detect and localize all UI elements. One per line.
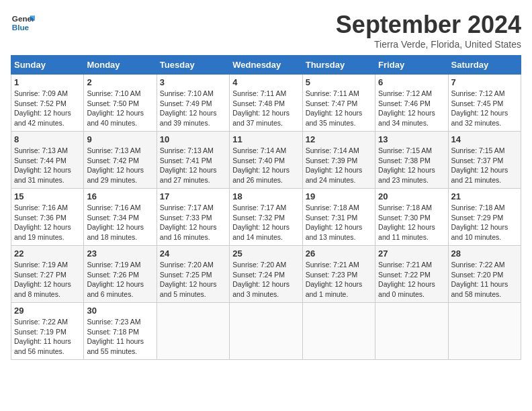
day-number: 15 bbox=[14, 191, 81, 201]
day-number: 27 bbox=[378, 248, 445, 259]
day-info: Sunrise: 7:21 AMSunset: 7:23 PMDaylight:… bbox=[306, 260, 372, 300]
day-number: 17 bbox=[160, 191, 226, 201]
day-number: 25 bbox=[232, 248, 299, 259]
calendar-cell: 25Sunrise: 7:20 AMSunset: 7:24 PMDayligh… bbox=[230, 246, 302, 303]
day-number: 23 bbox=[87, 248, 153, 259]
weekday-header: Sunday bbox=[11, 56, 84, 75]
day-info: Sunrise: 7:21 AMSunset: 7:22 PMDaylight:… bbox=[378, 260, 445, 300]
calendar-cell: 26Sunrise: 7:21 AMSunset: 7:23 PMDayligh… bbox=[302, 246, 375, 303]
day-info: Sunrise: 7:09 AMSunset: 7:52 PMDaylight:… bbox=[14, 89, 81, 128]
calendar-week-row: 1Sunrise: 7:09 AMSunset: 7:52 PMDaylight… bbox=[11, 75, 521, 132]
day-number: 7 bbox=[451, 77, 518, 87]
day-info: Sunrise: 7:15 AMSunset: 7:37 PMDaylight:… bbox=[451, 146, 518, 185]
day-number: 16 bbox=[87, 191, 153, 201]
logo-icon: General Blue bbox=[11, 11, 35, 35]
day-number: 8 bbox=[14, 134, 81, 144]
day-info: Sunrise: 7:16 AMSunset: 7:34 PMDaylight:… bbox=[87, 203, 153, 242]
day-number: 14 bbox=[451, 134, 518, 144]
calendar-cell: 6Sunrise: 7:12 AMSunset: 7:46 PMDaylight… bbox=[375, 75, 448, 132]
day-info: Sunrise: 7:11 AMSunset: 7:47 PMDaylight:… bbox=[306, 89, 372, 128]
day-number: 29 bbox=[14, 306, 81, 316]
day-number: 6 bbox=[378, 77, 445, 87]
day-info: Sunrise: 7:19 AMSunset: 7:27 PMDaylight:… bbox=[14, 260, 81, 300]
day-info: Sunrise: 7:18 AMSunset: 7:31 PMDaylight:… bbox=[306, 203, 372, 242]
calendar-cell: 30Sunrise: 7:23 AMSunset: 7:18 PMDayligh… bbox=[84, 303, 157, 360]
month-title: September 2024 bbox=[336, 11, 521, 39]
day-info: Sunrise: 7:18 AMSunset: 7:30 PMDaylight:… bbox=[378, 203, 445, 242]
calendar-body: 1Sunrise: 7:09 AMSunset: 7:52 PMDaylight… bbox=[11, 75, 521, 360]
calendar-cell: 24Sunrise: 7:20 AMSunset: 7:25 PMDayligh… bbox=[157, 246, 229, 303]
day-number: 3 bbox=[160, 77, 226, 87]
calendar-cell bbox=[375, 303, 448, 360]
day-info: Sunrise: 7:10 AMSunset: 7:50 PMDaylight:… bbox=[87, 89, 153, 128]
calendar-cell: 28Sunrise: 7:22 AMSunset: 7:20 PMDayligh… bbox=[448, 246, 521, 303]
day-number: 12 bbox=[306, 134, 372, 144]
calendar-cell: 1Sunrise: 7:09 AMSunset: 7:52 PMDaylight… bbox=[11, 75, 84, 132]
day-info: Sunrise: 7:13 AMSunset: 7:42 PMDaylight:… bbox=[87, 146, 153, 185]
day-info: Sunrise: 7:14 AMSunset: 7:40 PMDaylight:… bbox=[232, 146, 299, 185]
calendar-cell: 17Sunrise: 7:17 AMSunset: 7:33 PMDayligh… bbox=[157, 189, 229, 246]
day-info: Sunrise: 7:14 AMSunset: 7:39 PMDaylight:… bbox=[306, 146, 372, 185]
weekday-header: Saturday bbox=[448, 56, 521, 75]
svg-text:Blue: Blue bbox=[12, 23, 30, 32]
day-number: 1 bbox=[14, 77, 81, 87]
calendar-cell: 7Sunrise: 7:12 AMSunset: 7:45 PMDaylight… bbox=[448, 75, 521, 132]
calendar-cell bbox=[448, 303, 521, 360]
calendar-week-row: 15Sunrise: 7:16 AMSunset: 7:36 PMDayligh… bbox=[11, 189, 521, 246]
day-info: Sunrise: 7:12 AMSunset: 7:45 PMDaylight:… bbox=[451, 89, 518, 128]
day-number: 13 bbox=[378, 134, 445, 144]
day-info: Sunrise: 7:22 AMSunset: 7:20 PMDaylight:… bbox=[451, 260, 518, 300]
day-info: Sunrise: 7:13 AMSunset: 7:41 PMDaylight:… bbox=[160, 146, 226, 185]
calendar-cell: 12Sunrise: 7:14 AMSunset: 7:39 PMDayligh… bbox=[302, 132, 375, 189]
day-info: Sunrise: 7:18 AMSunset: 7:29 PMDaylight:… bbox=[451, 203, 518, 242]
day-info: Sunrise: 7:22 AMSunset: 7:19 PMDaylight:… bbox=[14, 317, 81, 357]
page-header: General Blue September 2024 Tierra Verde… bbox=[11, 11, 521, 50]
weekday-header: Monday bbox=[84, 56, 157, 75]
day-number: 18 bbox=[232, 191, 299, 201]
calendar-cell bbox=[157, 303, 229, 360]
logo: General Blue bbox=[11, 11, 35, 35]
calendar-cell: 5Sunrise: 7:11 AMSunset: 7:47 PMDaylight… bbox=[302, 75, 375, 132]
calendar-cell: 15Sunrise: 7:16 AMSunset: 7:36 PMDayligh… bbox=[11, 189, 84, 246]
weekday-header: Thursday bbox=[302, 56, 375, 75]
day-info: Sunrise: 7:15 AMSunset: 7:38 PMDaylight:… bbox=[378, 146, 445, 185]
day-number: 26 bbox=[306, 248, 372, 259]
calendar-header: SundayMondayTuesdayWednesdayThursdayFrid… bbox=[11, 56, 521, 75]
calendar-cell: 19Sunrise: 7:18 AMSunset: 7:31 PMDayligh… bbox=[302, 189, 375, 246]
day-number: 9 bbox=[87, 134, 153, 144]
calendar-cell: 14Sunrise: 7:15 AMSunset: 7:37 PMDayligh… bbox=[448, 132, 521, 189]
day-number: 24 bbox=[160, 248, 226, 259]
calendar-cell: 20Sunrise: 7:18 AMSunset: 7:30 PMDayligh… bbox=[375, 189, 448, 246]
day-info: Sunrise: 7:17 AMSunset: 7:33 PMDaylight:… bbox=[160, 203, 226, 242]
day-info: Sunrise: 7:11 AMSunset: 7:48 PMDaylight:… bbox=[232, 89, 299, 128]
day-number: 21 bbox=[451, 191, 518, 201]
calendar-cell: 16Sunrise: 7:16 AMSunset: 7:34 PMDayligh… bbox=[84, 189, 157, 246]
calendar-cell: 13Sunrise: 7:15 AMSunset: 7:38 PMDayligh… bbox=[375, 132, 448, 189]
day-number: 11 bbox=[232, 134, 299, 144]
weekday-header-row: SundayMondayTuesdayWednesdayThursdayFrid… bbox=[11, 56, 521, 75]
calendar-cell: 27Sunrise: 7:21 AMSunset: 7:22 PMDayligh… bbox=[375, 246, 448, 303]
day-info: Sunrise: 7:13 AMSunset: 7:44 PMDaylight:… bbox=[14, 146, 81, 185]
calendar-cell: 29Sunrise: 7:22 AMSunset: 7:19 PMDayligh… bbox=[11, 303, 84, 360]
calendar-cell: 22Sunrise: 7:19 AMSunset: 7:27 PMDayligh… bbox=[11, 246, 84, 303]
day-info: Sunrise: 7:19 AMSunset: 7:26 PMDaylight:… bbox=[87, 260, 153, 300]
day-number: 20 bbox=[378, 191, 445, 201]
day-number: 10 bbox=[160, 134, 226, 144]
day-info: Sunrise: 7:10 AMSunset: 7:49 PMDaylight:… bbox=[160, 89, 226, 128]
calendar-cell: 8Sunrise: 7:13 AMSunset: 7:44 PMDaylight… bbox=[11, 132, 84, 189]
day-number: 22 bbox=[14, 248, 81, 259]
calendar-cell: 10Sunrise: 7:13 AMSunset: 7:41 PMDayligh… bbox=[157, 132, 229, 189]
day-number: 30 bbox=[87, 306, 153, 316]
day-number: 2 bbox=[87, 77, 153, 87]
location: Tierra Verde, Florida, United States bbox=[336, 39, 521, 50]
calendar-cell bbox=[230, 303, 302, 360]
weekday-header: Wednesday bbox=[230, 56, 302, 75]
calendar-week-row: 22Sunrise: 7:19 AMSunset: 7:27 PMDayligh… bbox=[11, 246, 521, 303]
day-info: Sunrise: 7:23 AMSunset: 7:18 PMDaylight:… bbox=[87, 317, 153, 357]
day-number: 28 bbox=[451, 248, 518, 259]
calendar-cell: 4Sunrise: 7:11 AMSunset: 7:48 PMDaylight… bbox=[230, 75, 302, 132]
weekday-header: Tuesday bbox=[157, 56, 229, 75]
calendar-cell: 18Sunrise: 7:17 AMSunset: 7:32 PMDayligh… bbox=[230, 189, 302, 246]
calendar-week-row: 29Sunrise: 7:22 AMSunset: 7:19 PMDayligh… bbox=[11, 303, 521, 360]
day-number: 4 bbox=[232, 77, 299, 87]
